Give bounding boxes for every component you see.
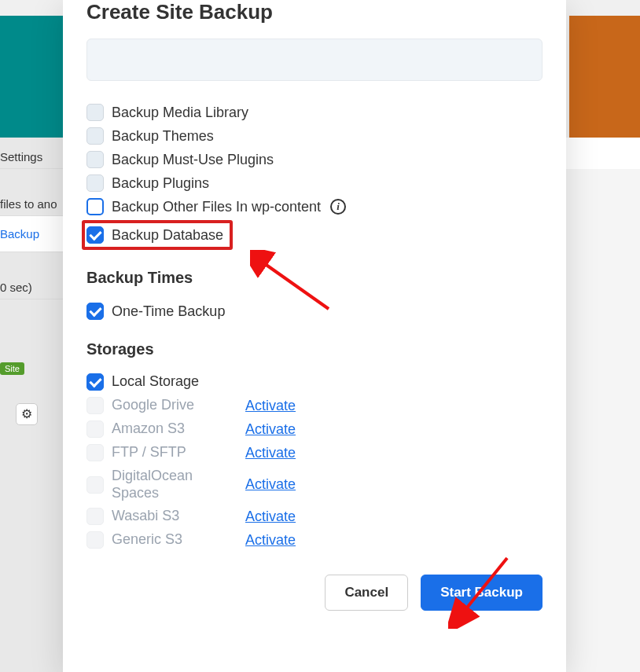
- cancel-button[interactable]: Cancel: [325, 575, 408, 611]
- bg-sidebar: Settings files to ano Backup 0 sec) Site…: [0, 138, 63, 672]
- storage-name: Google Drive: [112, 397, 237, 414]
- modal-footer: Cancel Start Backup: [86, 575, 543, 611]
- storage-amazon-s3: Amazon S3 Activate: [86, 418, 543, 440]
- gear-icon[interactable]: ⚙: [16, 403, 38, 425]
- checkbox-themes[interactable]: Backup Themes: [86, 124, 543, 148]
- checkbox-icon[interactable]: [86, 198, 104, 215]
- checkbox-icon: [86, 397, 104, 414]
- bg-settings: Settings: [0, 145, 63, 169]
- create-backup-modal: Create Site Backup Backup Media Library …: [63, 0, 566, 672]
- bg-files-to: files to ano: [0, 193, 63, 216]
- checkbox-label: Backup Must-Use Plugins: [112, 152, 274, 168]
- activate-link[interactable]: Activate: [245, 421, 296, 438]
- checkbox-label: Backup Media Library: [112, 105, 248, 121]
- activate-link[interactable]: Activate: [245, 476, 296, 493]
- checkbox-label: One-Time Backup: [112, 303, 225, 320]
- bg-orange-banner: [569, 16, 640, 138]
- bg-teal-banner: [0, 16, 63, 138]
- highlight-database: Backup Database: [82, 220, 233, 250]
- backup-options-group: Backup Media Library Backup Themes Backu…: [86, 101, 543, 252]
- checkbox-label: Backup Plugins: [112, 175, 209, 192]
- activate-link[interactable]: Activate: [245, 445, 296, 461]
- checkbox-icon: [86, 476, 104, 494]
- checkbox-label: Backup Database: [112, 227, 223, 244]
- storage-name: Amazon S3: [112, 420, 237, 438]
- backup-times-heading: Backup Times: [86, 269, 543, 287]
- checkbox-icon[interactable]: [86, 373, 104, 391]
- storage-name: Generic S3: [112, 531, 237, 549]
- storage-generic-s3: Generic S3 Activate: [86, 529, 543, 551]
- activate-link[interactable]: Activate: [245, 532, 296, 549]
- checkbox-label: Backup Other Files In wp-content: [112, 199, 321, 215]
- storages-group: Local Storage Google Drive Activate Amaz…: [86, 371, 543, 551]
- checkbox-one-time[interactable]: One-Time Backup: [86, 299, 543, 323]
- checkbox-database[interactable]: Backup Database: [86, 226, 223, 244]
- storage-name: DigitalOcean Spaces: [112, 468, 237, 501]
- storage-google-drive: Google Drive Activate: [86, 395, 543, 417]
- storage-wasabi: Wasabi S3 Activate: [86, 505, 543, 527]
- checkbox-icon: [86, 420, 104, 438]
- activate-link[interactable]: Activate: [245, 509, 296, 525]
- checkbox-media-library[interactable]: Backup Media Library: [86, 101, 543, 124]
- checkbox-icon[interactable]: [86, 104, 104, 121]
- checkbox-icon[interactable]: [86, 151, 104, 168]
- bg-zero-sec: 0 sec): [0, 276, 63, 299]
- checkbox-other-files[interactable]: Backup Other Files In wp-content i: [86, 195, 543, 218]
- modal-title: Create Site Backup: [86, 0, 543, 24]
- checkbox-icon[interactable]: [86, 174, 104, 192]
- checkbox-plugins[interactable]: Backup Plugins: [86, 171, 543, 195]
- storages-heading: Storages: [86, 340, 543, 358]
- checkbox-icon[interactable]: [86, 303, 104, 320]
- storage-ftp-sftp: FTP / SFTP Activate: [86, 442, 543, 464]
- checkbox-icon[interactable]: [86, 127, 104, 145]
- storage-local[interactable]: Local Storage: [86, 371, 543, 393]
- storage-name: Local Storage: [112, 373, 237, 391]
- start-backup-button[interactable]: Start Backup: [421, 575, 543, 611]
- activate-link[interactable]: Activate: [245, 398, 296, 414]
- site-badge: Site: [0, 362, 24, 375]
- checkbox-icon: [86, 531, 104, 549]
- site-url-box: [86, 39, 543, 81]
- checkbox-must-use-plugins[interactable]: Backup Must-Use Plugins: [86, 148, 543, 171]
- storage-name: Wasabi S3: [112, 508, 237, 525]
- checkbox-icon: [86, 508, 104, 525]
- info-icon[interactable]: i: [330, 199, 346, 215]
- storage-digitalocean: DigitalOcean Spaces Activate: [86, 465, 543, 504]
- checkbox-icon[interactable]: [86, 226, 104, 244]
- checkbox-label: Backup Themes: [112, 128, 214, 145]
- bg-backup-link[interactable]: Backup: [0, 216, 63, 252]
- checkbox-icon: [86, 444, 104, 461]
- storage-name: FTP / SFTP: [112, 444, 237, 461]
